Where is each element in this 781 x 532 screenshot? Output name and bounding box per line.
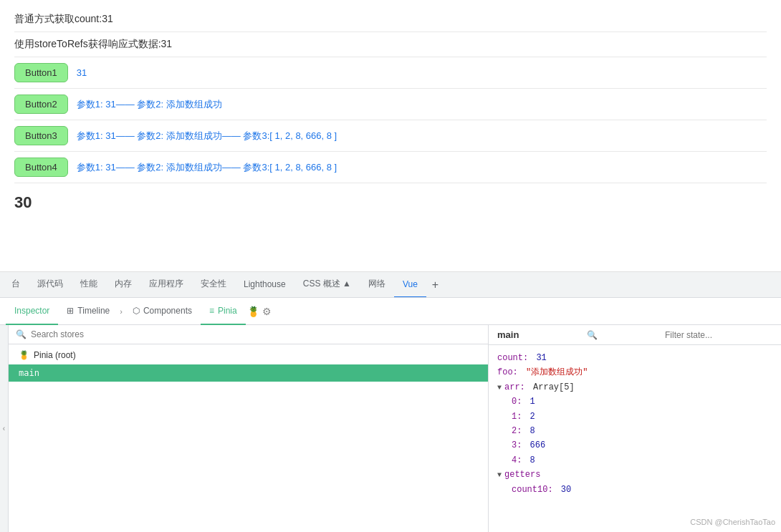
arr-label: arr: — [504, 380, 525, 395]
state-content: count: 31 foo: "添加数组成功" ▼ arr: Array[5] — [489, 345, 781, 532]
getters-items: count10: 30 — [497, 483, 772, 497]
arr-item-4: 4: 8 — [512, 453, 772, 468]
right-panel: main 🔍 count: 31 foo: "添加数组成功" — [489, 325, 781, 532]
left-panel: 🔍 🍍 Pinia (root) main — [9, 325, 489, 532]
arr-index-4: 4: — [512, 453, 522, 468]
button3[interactable]: Button3 — [14, 126, 68, 145]
tab-application[interactable]: 应用程序 — [140, 272, 192, 298]
foo-value: "添加数组成功" — [526, 365, 588, 379]
pinia-settings-icon[interactable]: ⚙ — [262, 306, 272, 317]
timeline-icon: ⊞ — [67, 306, 74, 316]
tab-security-label: 安全性 — [201, 278, 226, 290]
vue-devtools-panel: Inspector ⊞ Timeline › ⬡ Components ≡ Pi… — [0, 298, 781, 532]
arr-item-1: 1: 2 — [512, 410, 772, 424]
button1-output: 31 — [77, 67, 87, 78]
tab-performance[interactable]: 性能 — [72, 272, 106, 298]
tab-css[interactable]: CSS 概述 ▲ — [294, 272, 360, 298]
arr-collapse[interactable]: ▼ — [497, 382, 502, 394]
store-main-label: main — [19, 368, 39, 378]
tab-add-button[interactable]: + — [426, 274, 444, 296]
tab-vue[interactable]: Vue — [394, 272, 426, 298]
button2[interactable]: Button2 — [14, 95, 68, 114]
tab-network-label: 网络 — [368, 278, 385, 290]
state-arr-header: ▼ arr: Array[5] — [497, 380, 772, 395]
button4-output: 参数1: 31—— 参数2: 添加数组成功—— 参数3:[ 1, 2, 8, 6… — [77, 161, 337, 174]
state-foo: foo: "添加数组成功" — [497, 365, 772, 379]
right-panel-header: main 🔍 — [489, 325, 781, 345]
arr-item-0: 0: 1 — [512, 395, 772, 409]
count10-value: 30 — [561, 483, 571, 497]
sidebar-toggle-icon: ‹ — [3, 425, 5, 432]
tab-vue-label: Vue — [403, 279, 418, 289]
count-key: count: — [497, 351, 528, 365]
subtab-timeline[interactable]: ⊞ Timeline — [58, 298, 118, 325]
button1-row: Button1 31 — [14, 57, 767, 89]
count-display: 30 — [14, 183, 767, 216]
store-main[interactable]: main — [9, 364, 488, 382]
timeline-arrow-icon: › — [120, 307, 123, 316]
arr-value-0: 1 — [530, 395, 535, 409]
devtools-body: ‹ 🔍 🍍 Pinia (root) main main 🔍 — [0, 325, 781, 532]
devtools-tabs-bar: 台 源代码 性能 内存 应用程序 安全性 Lighthouse CSS 概述 ▲… — [0, 272, 781, 298]
line1: 普通方式获取count:31 — [14, 7, 767, 32]
tab-css-label: CSS 概述 ▲ — [303, 278, 351, 290]
search-icon: 🔍 — [16, 329, 27, 339]
tab-source[interactable]: 源代码 — [29, 272, 72, 298]
tab-memory[interactable]: 内存 — [106, 272, 140, 298]
arr-item-2: 2: 8 — [512, 424, 772, 438]
getters-label: getters — [504, 468, 540, 482]
subtab-pinia[interactable]: ≡ Pinia — [201, 298, 246, 325]
arr-value-1: 2 — [530, 410, 535, 424]
count10-key: count10: — [512, 483, 553, 497]
filter-input[interactable] — [665, 330, 772, 340]
subtab-components-label: Components — [143, 306, 192, 316]
arr-index-2: 2: — [512, 424, 522, 438]
watermark: CSDN @CherishTaoTao — [690, 518, 775, 526]
arr-value-4: 8 — [530, 453, 535, 468]
subtab-pinia-label: Pinia — [218, 306, 237, 316]
button1[interactable]: Button1 — [14, 63, 68, 82]
pinia-list-icon: ≡ — [209, 306, 214, 316]
subtab-components[interactable]: ⬡ Components — [124, 298, 201, 325]
line1-text: 普通方式获取count:31 — [14, 13, 113, 24]
state-getters-header: ▼ getters — [497, 468, 772, 482]
tab-application-label: 应用程序 — [149, 278, 183, 290]
button2-row: Button2 参数1: 31—— 参数2: 添加数组成功 — [14, 89, 767, 120]
button2-output: 参数1: 31—— 参数2: 添加数组成功 — [77, 98, 222, 111]
tab-lighthouse[interactable]: Lighthouse — [235, 272, 294, 298]
main-content: 普通方式获取count:31 使用storeToRefs获得响应式数据:31 B… — [0, 0, 781, 272]
arr-index-3: 3: — [512, 438, 522, 453]
state-count: count: 31 — [497, 351, 772, 365]
state-count10: count10: 30 — [512, 483, 772, 497]
sidebar-toggle[interactable]: ‹ — [0, 325, 9, 532]
button3-output: 参数1: 31—— 参数2: 添加数组成功—— 参数3:[ 1, 2, 8, 6… — [77, 130, 337, 142]
button3-row: Button3 参数1: 31—— 参数2: 添加数组成功—— 参数3:[ 1,… — [14, 120, 767, 152]
arr-index-1: 1: — [512, 410, 522, 424]
button4[interactable]: Button4 — [14, 158, 68, 177]
subtab-timeline-label: Timeline — [77, 306, 110, 316]
pinia-root-group: 🍍 Pinia (root) — [9, 347, 488, 363]
search-input[interactable] — [31, 329, 481, 339]
search-bar: 🔍 — [9, 325, 488, 344]
button4-row: Button4 参数1: 31—— 参数2: 添加数组成功—— 参数3:[ 1,… — [14, 152, 767, 183]
line2-text: 使用storeToRefs获得响应式数据:31 — [14, 38, 172, 49]
tab-network[interactable]: 网络 — [360, 272, 394, 298]
pinia-root-emoji: 🍍 — [19, 350, 29, 360]
tab-台[interactable]: 台 — [3, 272, 29, 298]
tab-lighthouse-label: Lighthouse — [244, 279, 286, 289]
foo-key: foo: — [497, 365, 518, 379]
filter-search-icon: 🔍 — [587, 330, 598, 340]
tab-台-label: 台 — [11, 278, 20, 290]
subtab-inspector[interactable]: Inspector — [6, 298, 58, 325]
getters-collapse[interactable]: ▼ — [497, 469, 502, 481]
tab-memory-label: 内存 — [115, 278, 132, 290]
tab-performance-label: 性能 — [80, 278, 97, 290]
tab-plus-icon: + — [432, 279, 439, 291]
tab-source-label: 源代码 — [37, 278, 63, 290]
arr-item-3: 3: 666 — [512, 438, 772, 453]
components-icon: ⬡ — [133, 306, 140, 316]
tab-security[interactable]: 安全性 — [192, 272, 235, 298]
arr-type: Array[5] — [533, 380, 575, 395]
arr-items: 0: 1 1: 2 2: 8 3: — [497, 395, 772, 468]
pinia-emoji-icon: 🍍 — [247, 306, 259, 317]
